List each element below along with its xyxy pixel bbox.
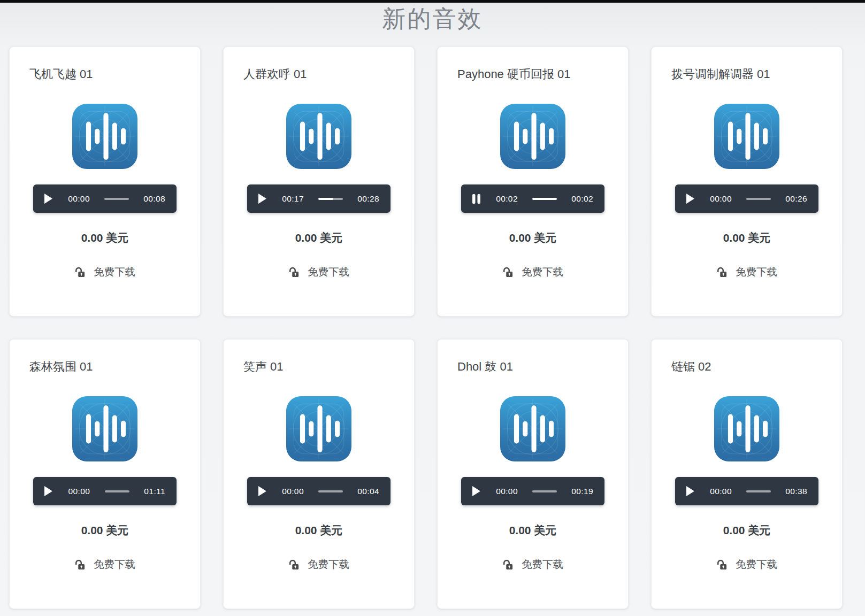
audio-player: 00:00 00:19 xyxy=(461,477,604,505)
download-link[interactable]: 免费下载 xyxy=(652,265,842,279)
progress-fill xyxy=(532,198,557,200)
play-pause-button[interactable] xyxy=(472,486,481,497)
current-time: 00:17 xyxy=(282,194,304,204)
audio-wave-icon xyxy=(714,104,779,169)
price: 0.00 美元 xyxy=(224,230,414,245)
audio-player: 00:00 00:08 xyxy=(33,184,177,213)
sound-card: 人群欢呼 01 00:17 00:28 0.00 美元 免费下载 xyxy=(223,47,415,317)
play-icon xyxy=(258,486,266,496)
unlock-icon xyxy=(716,266,728,278)
audio-wave-icon xyxy=(500,104,565,169)
download-label: 免费下载 xyxy=(522,265,563,279)
download-link[interactable]: 免费下载 xyxy=(10,265,200,279)
play-pause-button[interactable] xyxy=(472,194,481,204)
current-time: 00:00 xyxy=(710,194,732,204)
current-time: 00:00 xyxy=(282,487,304,496)
current-time: 00:00 xyxy=(496,487,518,496)
progress-bar[interactable] xyxy=(318,490,343,492)
audio-wave-icon xyxy=(72,396,137,461)
progress-bar[interactable] xyxy=(746,490,771,492)
audio-player: 00:00 00:38 xyxy=(675,477,818,505)
download-link[interactable]: 免费下载 xyxy=(10,557,200,572)
play-pause-button[interactable] xyxy=(258,194,267,204)
price: 0.00 美元 xyxy=(438,523,628,538)
play-icon xyxy=(44,194,52,204)
play-pause-button[interactable] xyxy=(44,194,53,204)
duration: 01:11 xyxy=(144,487,165,496)
audio-player: 00:02 00:02 xyxy=(461,184,604,213)
sound-card: 笑声 01 00:00 00:04 0.00 美元 免费下载 xyxy=(223,339,415,609)
current-time: 00:00 xyxy=(68,194,90,204)
play-icon xyxy=(258,194,266,204)
audio-wave-icon xyxy=(714,396,779,461)
sound-card: Dhol 鼓 01 00:00 00:19 0.00 美元 免费下载 xyxy=(437,339,629,609)
progress-bar[interactable] xyxy=(105,490,129,492)
progress-bar[interactable] xyxy=(532,198,557,200)
current-time: 00:00 xyxy=(68,487,90,496)
audio-player: 00:17 00:28 xyxy=(247,184,391,213)
audio-player: 00:00 01:11 xyxy=(33,477,177,505)
duration: 00:04 xyxy=(357,487,379,496)
duration: 00:28 xyxy=(357,194,379,204)
duration: 00:26 xyxy=(785,194,807,204)
sound-title: 森林氛围 01 xyxy=(29,360,200,374)
download-label: 免费下载 xyxy=(308,557,349,572)
top-border-bar xyxy=(0,0,865,3)
progress-bar[interactable] xyxy=(532,490,557,492)
audio-wave-icon xyxy=(500,396,565,461)
price: 0.00 美元 xyxy=(10,230,200,245)
download-label: 免费下载 xyxy=(736,557,777,572)
duration: 00:02 xyxy=(571,194,593,204)
download-link[interactable]: 免费下载 xyxy=(438,557,628,572)
price: 0.00 美元 xyxy=(652,523,842,538)
download-link[interactable]: 免费下载 xyxy=(438,265,628,279)
price: 0.00 美元 xyxy=(652,230,842,245)
price: 0.00 美元 xyxy=(438,230,628,245)
sound-card: 链锯 02 00:00 00:38 0.00 美元 免费下载 xyxy=(651,339,843,609)
download-label: 免费下载 xyxy=(736,265,777,279)
download-link[interactable]: 免费下载 xyxy=(224,557,414,572)
sound-card: 飞机飞越 01 00:00 00:08 0.00 美元 免费下载 xyxy=(9,47,201,317)
unlock-icon xyxy=(74,266,86,278)
price: 0.00 美元 xyxy=(224,523,414,538)
duration: 00:08 xyxy=(143,194,165,204)
unlock-icon xyxy=(716,559,728,571)
download-link[interactable]: 免费下载 xyxy=(652,557,842,572)
audio-wave-icon xyxy=(72,104,137,169)
audio-wave-icon xyxy=(286,396,351,461)
play-pause-button[interactable] xyxy=(686,486,695,497)
unlock-icon xyxy=(288,266,300,278)
play-icon xyxy=(44,486,52,496)
sound-card: Payhone 硬币回报 01 00:02 00:02 0.00 美元 免费下载 xyxy=(437,47,629,317)
play-pause-button[interactable] xyxy=(686,194,695,204)
play-pause-button[interactable] xyxy=(258,486,267,497)
progress-bar[interactable] xyxy=(746,198,771,200)
progress-bar[interactable] xyxy=(318,198,343,200)
sound-title: 链锯 02 xyxy=(671,360,842,374)
unlock-icon xyxy=(502,266,514,278)
unlock-icon xyxy=(288,559,300,571)
duration: 00:19 xyxy=(571,487,593,496)
sound-title: 笑声 01 xyxy=(243,360,414,374)
download-link[interactable]: 免费下载 xyxy=(224,265,414,279)
sound-title: Payhone 硬币回报 01 xyxy=(457,67,628,81)
price: 0.00 美元 xyxy=(10,523,200,538)
download-label: 免费下载 xyxy=(308,265,349,279)
sound-title: 人群欢呼 01 xyxy=(243,67,414,81)
audio-wave-icon xyxy=(286,104,351,169)
unlock-icon xyxy=(74,559,86,571)
sound-title: 飞机飞越 01 xyxy=(29,67,200,81)
play-pause-button[interactable] xyxy=(44,486,53,497)
current-time: 00:00 xyxy=(710,487,732,496)
play-icon xyxy=(686,486,694,496)
audio-player: 00:00 00:26 xyxy=(675,184,818,213)
sound-card: 森林氛围 01 00:00 01:11 0.00 美元 免费下载 xyxy=(9,339,201,609)
play-icon xyxy=(472,486,480,496)
unlock-icon xyxy=(502,559,514,571)
sound-title: Dhol 鼓 01 xyxy=(457,360,628,374)
progress-bar[interactable] xyxy=(104,198,129,200)
audio-player: 00:00 00:04 xyxy=(247,477,391,505)
download-label: 免费下载 xyxy=(522,557,563,572)
page-title: 新的音效 xyxy=(0,5,865,33)
sound-grid: 飞机飞越 01 00:00 00:08 0.00 美元 免费下载 人群欢呼 01… xyxy=(9,47,865,609)
